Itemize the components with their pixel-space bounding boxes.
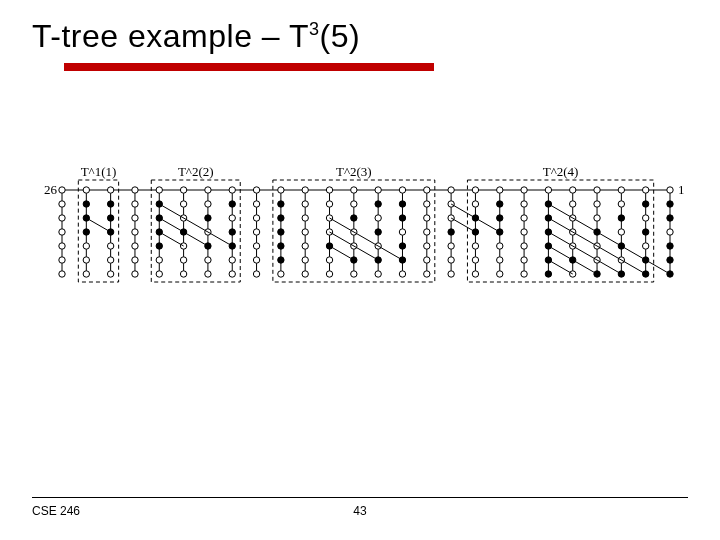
svg-point-176 bbox=[156, 271, 162, 277]
svg-point-92 bbox=[399, 215, 405, 221]
svg-point-99 bbox=[375, 201, 381, 207]
t-tree-diagram: T^2(4)T^2(3)T^2(2)T^1(1)261 bbox=[36, 168, 684, 308]
svg-point-135 bbox=[278, 257, 284, 263]
svg-point-202 bbox=[59, 187, 65, 193]
svg-point-114 bbox=[326, 187, 332, 193]
svg-point-61 bbox=[497, 229, 503, 235]
svg-point-42 bbox=[545, 187, 551, 193]
svg-point-74 bbox=[448, 187, 454, 193]
svg-point-80 bbox=[448, 271, 454, 277]
svg-point-160 bbox=[205, 271, 211, 277]
svg-rect-227 bbox=[151, 180, 240, 282]
svg-point-133 bbox=[278, 229, 284, 235]
svg-point-168 bbox=[180, 271, 186, 277]
svg-point-88 bbox=[424, 271, 430, 277]
svg-point-186 bbox=[107, 187, 113, 193]
svg-point-106 bbox=[351, 187, 357, 193]
svg-point-59 bbox=[497, 201, 503, 207]
svg-point-94 bbox=[399, 243, 405, 249]
svg-point-67 bbox=[472, 201, 478, 207]
svg-line-218 bbox=[330, 246, 354, 260]
svg-text:T^2(2): T^2(2) bbox=[178, 164, 214, 179]
svg-point-197 bbox=[83, 229, 89, 235]
svg-point-142 bbox=[253, 243, 259, 249]
svg-point-84 bbox=[424, 215, 430, 221]
svg-point-139 bbox=[253, 201, 259, 207]
svg-point-162 bbox=[180, 187, 186, 193]
svg-point-11 bbox=[642, 201, 648, 207]
svg-point-53 bbox=[521, 229, 527, 235]
svg-point-204 bbox=[59, 215, 65, 221]
svg-point-56 bbox=[521, 271, 527, 277]
svg-point-187 bbox=[107, 201, 113, 207]
svg-point-115 bbox=[326, 201, 332, 207]
page-number: 43 bbox=[353, 504, 366, 518]
svg-point-144 bbox=[253, 271, 259, 277]
svg-point-131 bbox=[278, 201, 284, 207]
svg-point-52 bbox=[521, 215, 527, 221]
svg-point-100 bbox=[375, 215, 381, 221]
svg-point-125 bbox=[302, 229, 308, 235]
svg-point-70 bbox=[472, 243, 478, 249]
svg-point-127 bbox=[302, 257, 308, 263]
svg-line-213 bbox=[548, 260, 572, 274]
svg-point-148 bbox=[229, 215, 235, 221]
svg-point-34 bbox=[570, 187, 576, 193]
svg-point-116 bbox=[326, 215, 332, 221]
svg-point-152 bbox=[229, 271, 235, 277]
svg-point-119 bbox=[326, 257, 332, 263]
svg-line-216 bbox=[330, 218, 403, 260]
svg-point-104 bbox=[375, 271, 381, 277]
svg-point-93 bbox=[399, 229, 405, 235]
svg-point-208 bbox=[59, 271, 65, 277]
svg-line-221 bbox=[159, 232, 183, 246]
svg-point-182 bbox=[132, 243, 138, 249]
svg-text:T^2(4): T^2(4) bbox=[543, 164, 579, 179]
svg-point-79 bbox=[448, 257, 454, 263]
svg-point-86 bbox=[424, 243, 430, 249]
svg-point-156 bbox=[205, 215, 211, 221]
svg-point-69 bbox=[472, 229, 478, 235]
svg-point-63 bbox=[497, 257, 503, 263]
svg-point-138 bbox=[253, 187, 259, 193]
svg-point-154 bbox=[205, 187, 211, 193]
svg-point-175 bbox=[156, 257, 162, 263]
svg-point-199 bbox=[83, 257, 89, 263]
svg-point-98 bbox=[375, 187, 381, 193]
svg-point-141 bbox=[253, 229, 259, 235]
svg-point-5 bbox=[667, 229, 673, 235]
svg-point-13 bbox=[642, 229, 648, 235]
svg-point-7 bbox=[667, 257, 673, 263]
svg-point-112 bbox=[351, 271, 357, 277]
title-sup: 3 bbox=[309, 19, 320, 39]
svg-point-189 bbox=[107, 229, 113, 235]
svg-point-18 bbox=[618, 187, 624, 193]
title-post: (5) bbox=[319, 18, 360, 54]
svg-point-101 bbox=[375, 229, 381, 235]
svg-point-72 bbox=[472, 271, 478, 277]
svg-point-178 bbox=[132, 187, 138, 193]
svg-point-27 bbox=[594, 201, 600, 207]
svg-point-3 bbox=[667, 201, 673, 207]
svg-point-62 bbox=[497, 243, 503, 249]
svg-point-192 bbox=[107, 271, 113, 277]
svg-point-50 bbox=[521, 187, 527, 193]
svg-point-91 bbox=[399, 201, 405, 207]
svg-point-194 bbox=[83, 187, 89, 193]
svg-point-35 bbox=[570, 201, 576, 207]
svg-point-19 bbox=[618, 201, 624, 207]
svg-point-198 bbox=[83, 243, 89, 249]
svg-point-149 bbox=[229, 229, 235, 235]
svg-point-163 bbox=[180, 201, 186, 207]
svg-point-82 bbox=[424, 187, 430, 193]
svg-point-2 bbox=[667, 187, 673, 193]
svg-point-123 bbox=[302, 201, 308, 207]
svg-point-195 bbox=[83, 201, 89, 207]
svg-point-183 bbox=[132, 257, 138, 263]
svg-point-120 bbox=[326, 271, 332, 277]
svg-point-140 bbox=[253, 215, 259, 221]
svg-point-190 bbox=[107, 243, 113, 249]
svg-point-71 bbox=[472, 257, 478, 263]
svg-point-77 bbox=[448, 229, 454, 235]
svg-line-215 bbox=[451, 218, 475, 232]
